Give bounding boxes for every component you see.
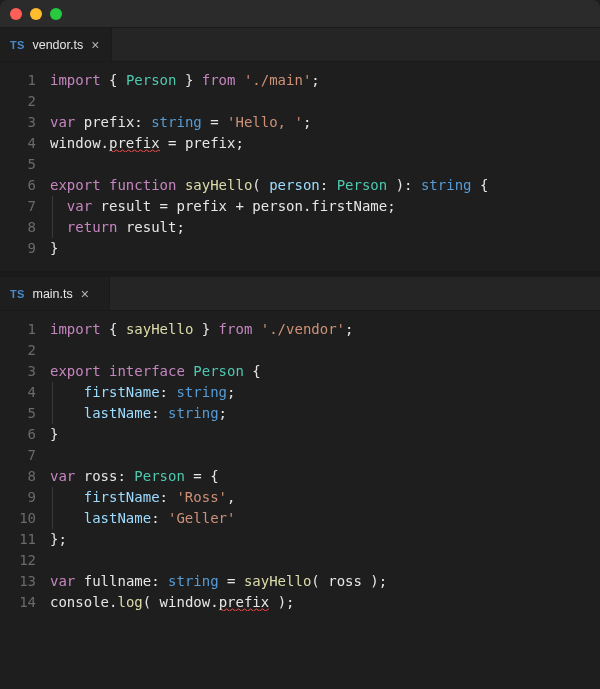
token-kw: import xyxy=(50,321,101,337)
code-line[interactable] xyxy=(50,154,600,175)
token-type: Person xyxy=(193,363,244,379)
close-tab-icon[interactable]: × xyxy=(81,287,89,301)
token-kwt: string xyxy=(421,177,472,193)
line-number: 9 xyxy=(0,238,36,259)
token-kwt: string xyxy=(176,384,227,400)
token-obj: window xyxy=(50,135,101,151)
token-punc xyxy=(235,72,243,88)
token-punc: : xyxy=(160,384,177,400)
token-type: Person xyxy=(337,177,388,193)
token-id: ross xyxy=(328,573,362,589)
language-badge: TS xyxy=(10,288,24,300)
minimize-window-button[interactable] xyxy=(30,8,42,20)
token-prm: person xyxy=(269,177,320,193)
token-kwt: string xyxy=(168,573,219,589)
code-line[interactable]: firstName: 'Ross', xyxy=(50,487,600,508)
code-line[interactable]: export interface Person { xyxy=(50,361,600,382)
token-punc: { xyxy=(101,321,126,337)
token-prop: firstName xyxy=(84,384,160,400)
token-punc: + xyxy=(227,198,252,214)
token-punc: . xyxy=(101,135,109,151)
token-punc: . xyxy=(210,594,218,610)
close-window-button[interactable] xyxy=(10,8,22,20)
code-line[interactable]: lastName: string; xyxy=(50,403,600,424)
token-obj: console xyxy=(50,594,109,610)
token-type: Person xyxy=(134,468,185,484)
token-punc: { xyxy=(101,72,126,88)
token-punc: ; xyxy=(235,135,243,151)
token-punc xyxy=(50,489,84,505)
code-area[interactable]: import { Person } from './main'; var pre… xyxy=(50,70,600,259)
token-kw: return xyxy=(67,219,118,235)
code-line[interactable] xyxy=(50,445,600,466)
code-line[interactable]: var prefix: string = 'Hello, '; xyxy=(50,112,600,133)
tab-vendor-ts[interactable]: TS vendor.ts × xyxy=(0,28,112,61)
token-kwt: string xyxy=(151,114,202,130)
code-line[interactable]: var fullname: string = sayHello( ross ); xyxy=(50,571,600,592)
token-punc: = xyxy=(219,573,244,589)
code-line[interactable]: firstName: string; xyxy=(50,382,600,403)
line-number: 14 xyxy=(0,592,36,613)
code-line[interactable]: import { sayHello } from './vendor'; xyxy=(50,319,600,340)
token-punc: ); xyxy=(362,573,387,589)
token-punc: ; xyxy=(345,321,353,337)
zoom-window-button[interactable] xyxy=(50,8,62,20)
close-tab-icon[interactable]: × xyxy=(91,38,99,52)
token-punc: ( xyxy=(252,177,269,193)
line-number: 5 xyxy=(0,403,36,424)
line-number: 6 xyxy=(0,175,36,196)
code-line[interactable]: return result; xyxy=(50,217,600,238)
token-id: prefix xyxy=(176,198,227,214)
token-punc xyxy=(101,363,109,379)
token-obj: window xyxy=(160,594,211,610)
token-id: prefix xyxy=(84,114,135,130)
code-line[interactable]: lastName: 'Geller' xyxy=(50,508,600,529)
token-kw: var xyxy=(50,573,75,589)
token-kw: interface xyxy=(109,363,185,379)
token-punc: ( xyxy=(143,594,160,610)
code-line[interactable]: } xyxy=(50,238,600,259)
tab-bar: TS vendor.ts × xyxy=(0,28,600,62)
line-number: 1 xyxy=(0,319,36,340)
token-punc: ; xyxy=(303,114,311,130)
code-line[interactable]: export function sayHello( person: Person… xyxy=(50,175,600,196)
token-punc xyxy=(50,510,84,526)
line-number: 13 xyxy=(0,571,36,592)
token-punc: : xyxy=(320,177,337,193)
token-prop: lastName xyxy=(84,405,151,421)
token-punc: : xyxy=(117,468,134,484)
code-line[interactable] xyxy=(50,340,600,361)
code-line[interactable]: } xyxy=(50,424,600,445)
token-punc: = { xyxy=(185,468,219,484)
token-kw: from xyxy=(219,321,253,337)
code-line[interactable]: var ross: Person = { xyxy=(50,466,600,487)
token-punc: ; xyxy=(387,198,395,214)
token-punc: } xyxy=(50,426,58,442)
token-punc: } xyxy=(193,321,218,337)
token-punc xyxy=(50,405,84,421)
token-kw: function xyxy=(109,177,176,193)
code-editor[interactable]: 123456789 import { Person } from './main… xyxy=(0,62,600,271)
token-prop: firstName xyxy=(84,489,160,505)
token-punc xyxy=(117,219,125,235)
code-line[interactable]: }; xyxy=(50,529,600,550)
token-str: 'Ross' xyxy=(176,489,227,505)
code-area[interactable]: import { sayHello } from './vendor'; exp… xyxy=(50,319,600,613)
code-line[interactable]: import { Person } from './main'; xyxy=(50,70,600,91)
token-prop: lastName xyxy=(84,510,151,526)
token-punc: , xyxy=(227,489,235,505)
code-line[interactable]: window.prefix = prefix; xyxy=(50,133,600,154)
code-line[interactable] xyxy=(50,550,600,571)
token-id: fullname xyxy=(84,573,151,589)
code-editor[interactable]: 1234567891011121314 import { sayHello } … xyxy=(0,311,600,625)
token-punc: ): xyxy=(387,177,421,193)
tab-main-ts[interactable]: TS main.ts × xyxy=(0,277,110,310)
code-line[interactable]: var result = prefix + person.firstName; xyxy=(50,196,600,217)
code-line[interactable] xyxy=(50,91,600,112)
token-fn: sayHello xyxy=(185,177,252,193)
token-punc: ( xyxy=(311,573,328,589)
token-punc: ; xyxy=(176,219,184,235)
line-number: 1 xyxy=(0,70,36,91)
code-line[interactable]: console.log( window.prefix ); xyxy=(50,592,600,613)
editor-pane-bottom: TS main.ts × 1234567891011121314 import … xyxy=(0,277,600,625)
